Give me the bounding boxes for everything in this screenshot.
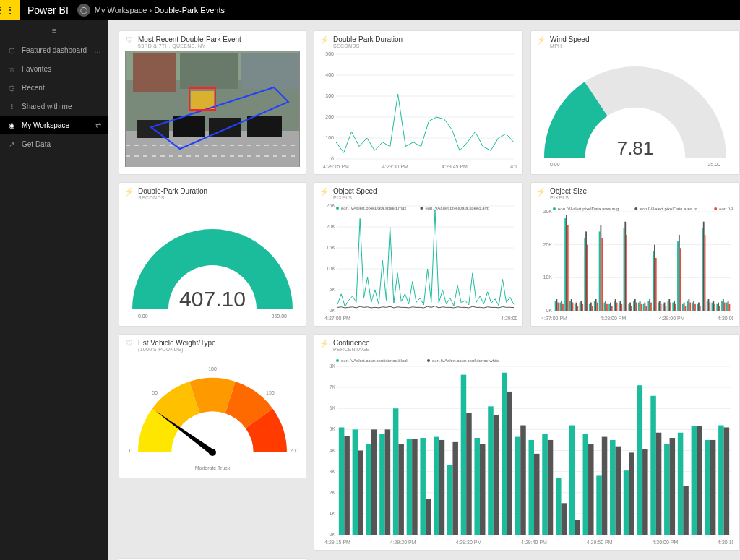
svg-rect-76 (624, 228, 625, 311)
chart-object-size: 0K10K20K30K4:27:00 PM4:28:00 PM4:29:00 P… (537, 203, 733, 322)
sidebar-item-workspace[interactable]: ◉ My Workspace ⇄ (0, 116, 108, 134)
svg-rect-73 (608, 304, 610, 311)
tile-title: Confidence (333, 339, 370, 347)
svg-rect-254 (602, 437, 608, 535)
tile-duration-line[interactable]: ⚡ Double-Park Duration SECONDS 010020030… (314, 30, 523, 175)
svg-rect-136 (567, 225, 569, 311)
bolt-icon: ⚡ (537, 187, 546, 196)
svg-rect-212 (420, 438, 426, 535)
sidebar: ≡ ◷ Featured dashboard … ☆ Favorites ◷ R… (0, 20, 108, 560)
sidebar-item-label: Recent (22, 84, 45, 92)
svg-point-178 (714, 207, 717, 210)
svg-rect-263 (724, 427, 730, 535)
svg-rect-245 (480, 444, 486, 535)
svg-rect-71 (599, 231, 601, 311)
bolt-icon: ⚡ (320, 187, 329, 196)
sidebar-item-shared[interactable]: ⇪ Shared with me (0, 97, 108, 116)
svg-rect-133 (728, 301, 729, 311)
svg-rect-97 (726, 303, 728, 311)
svg-point-271 (336, 359, 339, 362)
tile-subtitle: 53RD & 7TH, QUEENS, NY (138, 43, 241, 48)
svg-rect-240 (412, 439, 418, 535)
svg-rect-160 (685, 306, 687, 311)
svg-rect-249 (534, 454, 540, 535)
svg-text:0: 0 (331, 156, 334, 161)
svg-text:2K: 2K (329, 490, 335, 495)
chart-duration-gauge: 0.00350.00407.10 (125, 203, 300, 322)
svg-text:25.00: 25.00 (707, 162, 720, 167)
breadcrumb[interactable]: My Workspace › Double-Park Events (95, 6, 225, 14)
svg-rect-144 (606, 304, 608, 311)
tile-weight[interactable]: ♡ Est Vehicle Weight/Type (1000'S POUNDS… (119, 334, 306, 478)
svg-rect-228 (637, 385, 643, 535)
svg-rect-75 (619, 303, 620, 311)
sidebar-item-getdata[interactable]: ↗ Get Data (0, 134, 108, 153)
tile-subtitle: PERCENTAGE (333, 347, 370, 352)
svg-text:4:29:50 PM: 4:29:50 PM (587, 540, 613, 545)
svg-rect-115 (640, 301, 641, 311)
tile-duration-gauge[interactable]: ⚡ Double-Park Duration SECONDS 0.00350.0… (119, 182, 306, 327)
svg-rect-131 (718, 303, 719, 311)
dashboard-canvas: ♡ Most Recent Double-Park Event 53RD & 7… (108, 20, 740, 560)
tile-object-size[interactable]: ⚡ Object Size PIXELS 0K10K20K30K4:27:00 … (530, 182, 740, 327)
svg-rect-258 (656, 433, 662, 535)
svg-rect-81 (648, 301, 649, 311)
svg-text:25K: 25K (327, 203, 336, 208)
svg-rect-139 (582, 304, 583, 311)
svg-rect-130 (713, 301, 714, 311)
sidebar-item-label: Shared with me (22, 103, 72, 111)
svg-rect-78 (633, 301, 634, 311)
tile-wind[interactable]: ⚡ Wind Speed MPH 0.0025.007.81 (530, 30, 740, 175)
bolt-icon: ⚡ (125, 187, 134, 196)
sidebar-item-recent[interactable]: ◷ Recent (0, 78, 108, 97)
svg-rect-168 (724, 303, 726, 311)
swap-icon[interactable]: ⇄ (95, 121, 101, 129)
svg-text:4K: 4K (329, 448, 335, 453)
svg-rect-169 (729, 304, 731, 311)
breadcrumb-page[interactable]: Double-Park Events (154, 6, 225, 14)
share-icon: ⇪ (7, 103, 16, 111)
svg-rect-211 (407, 439, 413, 535)
sidebar-item-label: Featured dashboard (22, 46, 87, 54)
svg-rect-148 (626, 235, 627, 311)
svg-rect-222 (556, 478, 562, 535)
tile-subtitle: PIXELS (333, 195, 377, 200)
svg-rect-113 (629, 303, 631, 311)
star-icon: ☆ (7, 65, 16, 73)
more-icon[interactable]: … (94, 46, 101, 54)
svg-text:5K: 5K (329, 426, 335, 431)
svg-text:4:29:15 PM: 4:29:15 PM (323, 164, 349, 169)
svg-text:150: 150 (266, 390, 275, 395)
svg-text:eon.IVAalert.color.confidence.: eon.IVAalert.color.confidence.white (432, 358, 500, 363)
svg-rect-66 (575, 304, 576, 311)
tile-confidence[interactable]: ⚡ Confidence PERCENTAGE 0K1K2K3K4K5K6K7K… (314, 334, 740, 551)
svg-text:4:29:30 PM: 4:29:30 PM (455, 540, 481, 545)
svg-rect-105 (590, 303, 592, 311)
tile-object-speed[interactable]: ⚡ Object Speed PIXELS 0K5K10K15K20K25K4:… (314, 182, 523, 327)
svg-text:7K: 7K (329, 384, 335, 389)
svg-rect-85 (668, 301, 669, 311)
svg-text:10K: 10K (327, 266, 336, 271)
svg-rect-104 (585, 231, 587, 311)
hamburger-icon[interactable]: ≡ (0, 20, 108, 40)
svg-rect-142 (597, 303, 598, 311)
svg-rect-90 (692, 303, 693, 311)
svg-rect-215 (461, 375, 467, 535)
svg-rect-166 (714, 304, 715, 311)
svg-text:4:29:45 PM: 4:29:45 PM (442, 164, 468, 169)
svg-rect-214 (447, 465, 453, 535)
app-launcher-icon[interactable]: ⋮⋮⋮ (0, 0, 20, 20)
sidebar-item-featured[interactable]: ◷ Featured dashboard … (0, 40, 108, 59)
tile-title: Double-Park Duration (138, 187, 207, 195)
svg-rect-238 (385, 429, 391, 535)
chart-object-speed: 0K5K10K15K20K25K4:27:00 PM4:29:00 PMeon.… (320, 203, 517, 322)
tile-subtitle: SECONDS (138, 195, 207, 200)
sidebar-item-favorites[interactable]: ☆ Favorites (0, 59, 108, 78)
tile-camera[interactable]: ♡ Most Recent Double-Park Event 53RD & 7… (119, 30, 306, 175)
breadcrumb-workspace[interactable]: My Workspace (95, 6, 147, 14)
avatar[interactable]: ◯ (77, 4, 90, 17)
shield-icon: ♡ (125, 35, 134, 44)
clock-icon: ◷ (7, 84, 16, 92)
svg-rect-95 (716, 304, 718, 311)
clock-icon: ◷ (7, 46, 16, 54)
